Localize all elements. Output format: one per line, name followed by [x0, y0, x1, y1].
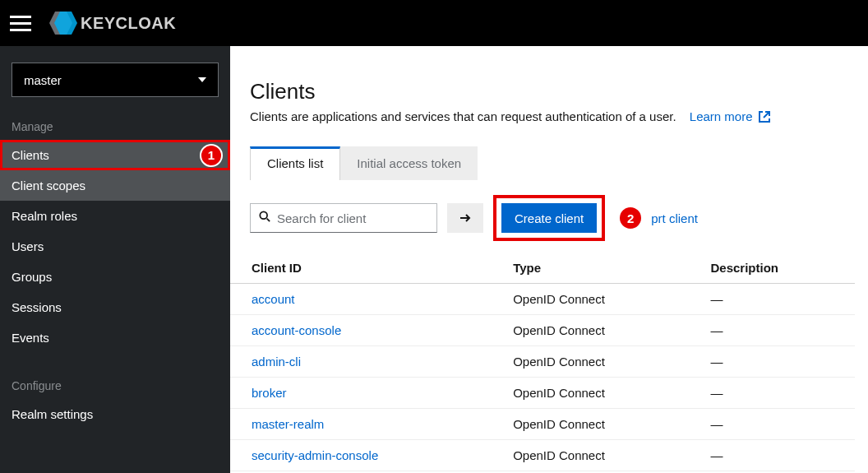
sidebar-item-clients[interactable]: Clients 1 [0, 140, 230, 170]
client-type: OpenID Connect [500, 284, 697, 315]
client-description: — [697, 378, 855, 409]
table-row: admin-cliOpenID Connect— [230, 346, 855, 378]
sidebar-item-label: Users [12, 239, 44, 253]
toolbar: Create client 2 prt client [230, 180, 868, 253]
client-type: OpenID Connect [500, 346, 697, 378]
client-description: — [697, 440, 855, 471]
callout-highlight-create: Create client [493, 195, 605, 241]
sidebar-item-label: Realm roles [12, 209, 77, 223]
topbar: KEYCLOAK [0, 0, 868, 46]
client-description: — [697, 346, 855, 378]
th-description[interactable]: Description [697, 253, 855, 284]
learn-more-link[interactable]: Learn more [690, 109, 771, 123]
client-id-link[interactable]: account-console [252, 323, 341, 337]
logo-text: KEYCLOAK [81, 14, 176, 33]
table-row: security-admin-consoleOpenID Connect— [230, 440, 855, 471]
sidebar-section-manage: Manage [0, 112, 230, 140]
table-row: brokerOpenID Connect— [230, 378, 855, 409]
th-client-id[interactable]: Client ID [230, 253, 500, 284]
client-id-link[interactable]: security-admin-console [252, 448, 378, 462]
sidebar-item-users[interactable]: Users [0, 231, 230, 262]
sidebar-item-sessions[interactable]: Sessions [0, 292, 230, 322]
client-description: — [697, 284, 855, 315]
th-type[interactable]: Type [500, 253, 697, 284]
table-row: account-consoleOpenID Connect— [230, 315, 855, 346]
page-title: Clients [250, 79, 848, 104]
svg-point-2 [260, 211, 267, 219]
client-id-link[interactable]: master-realm [252, 417, 324, 431]
client-type: OpenID Connect [500, 409, 697, 440]
sidebar-item-label: Groups [12, 270, 52, 284]
client-type: OpenID Connect [500, 440, 697, 471]
sidebar-item-client-scopes[interactable]: Client scopes [0, 170, 230, 201]
page-subtitle: Clients are applications and services th… [250, 109, 848, 123]
realm-selected-value: master [24, 73, 62, 87]
tabs: Clients list Initial access token [230, 146, 868, 180]
logo[interactable]: KEYCLOAK [49, 12, 176, 35]
client-id-link[interactable]: broker [252, 386, 287, 400]
client-id-link[interactable]: admin-cli [252, 355, 301, 369]
client-id-link[interactable]: account [252, 292, 295, 306]
main-content: Clients Clients are applications and ser… [230, 46, 868, 473]
callout-badge-2: 2 [618, 206, 643, 230]
keycloak-logo-icon [49, 12, 77, 35]
client-description: — [697, 409, 855, 440]
sidebar-item-groups[interactable]: Groups [0, 262, 230, 292]
hamburger-menu-icon[interactable] [10, 10, 36, 36]
search-input[interactable] [277, 211, 433, 225]
sidebar-item-label: Client scopes [12, 179, 85, 192]
realm-selector[interactable]: master [12, 63, 219, 97]
sidebar: master Manage Clients 1 Client scopes Re… [0, 46, 230, 473]
sidebar-item-label: Clients [12, 148, 49, 162]
sidebar-item-events[interactable]: Events [0, 322, 230, 353]
search-icon [259, 211, 270, 225]
table-row: accountOpenID Connect— [230, 284, 855, 315]
client-description: — [697, 315, 855, 346]
search-input-wrap[interactable] [250, 203, 437, 233]
svg-line-3 [267, 219, 270, 222]
import-client-link[interactable]: prt client [651, 211, 698, 225]
sidebar-item-realm-roles[interactable]: Realm roles [0, 201, 230, 231]
table-row: master-realmOpenID Connect— [230, 409, 855, 440]
external-link-icon [758, 110, 771, 123]
client-type: OpenID Connect [500, 378, 697, 409]
search-go-button[interactable] [447, 203, 483, 233]
sidebar-item-realm-settings[interactable]: Realm settings [0, 399, 230, 429]
create-client-button[interactable]: Create client [501, 203, 597, 233]
clients-table: Client ID Type Description accountOpenID… [230, 253, 855, 471]
sidebar-item-label: Sessions [12, 300, 62, 314]
sidebar-item-label: Events [12, 331, 49, 345]
chevron-down-icon [198, 77, 206, 82]
client-type: OpenID Connect [500, 315, 697, 346]
tab-clients-list[interactable]: Clients list [250, 146, 340, 180]
sidebar-item-label: Realm settings [12, 407, 93, 421]
callout-badge-1: 1 [200, 144, 223, 167]
sidebar-section-configure: Configure [0, 371, 230, 399]
tab-initial-access-token[interactable]: Initial access token [340, 146, 478, 180]
